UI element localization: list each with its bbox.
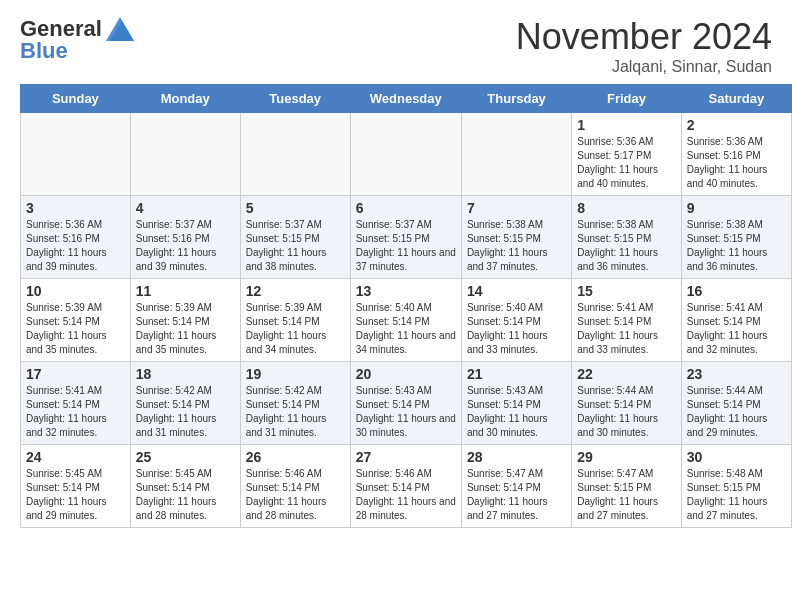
calendar-day-cell: 22Sunrise: 5:44 AM Sunset: 5:14 PM Dayli… [572, 362, 681, 445]
day-detail: Sunrise: 5:38 AM Sunset: 5:15 PM Dayligh… [687, 218, 786, 274]
day-number: 28 [467, 449, 566, 465]
day-detail: Sunrise: 5:38 AM Sunset: 5:15 PM Dayligh… [467, 218, 566, 274]
logo-icon [106, 17, 134, 41]
calendar-day-cell [240, 113, 350, 196]
calendar-day-cell: 5Sunrise: 5:37 AM Sunset: 5:15 PM Daylig… [240, 196, 350, 279]
day-detail: Sunrise: 5:46 AM Sunset: 5:14 PM Dayligh… [356, 467, 456, 523]
calendar-day-cell: 10Sunrise: 5:39 AM Sunset: 5:14 PM Dayli… [21, 279, 131, 362]
day-number: 21 [467, 366, 566, 382]
day-detail: Sunrise: 5:39 AM Sunset: 5:14 PM Dayligh… [136, 301, 235, 357]
day-detail: Sunrise: 5:36 AM Sunset: 5:16 PM Dayligh… [687, 135, 786, 191]
day-number: 16 [687, 283, 786, 299]
day-number: 24 [26, 449, 125, 465]
day-detail: Sunrise: 5:47 AM Sunset: 5:15 PM Dayligh… [577, 467, 675, 523]
calendar-day-cell [461, 113, 571, 196]
calendar-day-cell: 4Sunrise: 5:37 AM Sunset: 5:16 PM Daylig… [130, 196, 240, 279]
calendar-day-cell: 29Sunrise: 5:47 AM Sunset: 5:15 PM Dayli… [572, 445, 681, 528]
day-detail: Sunrise: 5:44 AM Sunset: 5:14 PM Dayligh… [687, 384, 786, 440]
day-detail: Sunrise: 5:41 AM Sunset: 5:14 PM Dayligh… [577, 301, 675, 357]
day-detail: Sunrise: 5:36 AM Sunset: 5:17 PM Dayligh… [577, 135, 675, 191]
calendar-day-cell: 15Sunrise: 5:41 AM Sunset: 5:14 PM Dayli… [572, 279, 681, 362]
day-number: 26 [246, 449, 345, 465]
calendar-day-cell: 8Sunrise: 5:38 AM Sunset: 5:15 PM Daylig… [572, 196, 681, 279]
calendar-day-cell: 11Sunrise: 5:39 AM Sunset: 5:14 PM Dayli… [130, 279, 240, 362]
day-detail: Sunrise: 5:43 AM Sunset: 5:14 PM Dayligh… [356, 384, 456, 440]
day-number: 12 [246, 283, 345, 299]
day-number: 8 [577, 200, 675, 216]
calendar-week-row: 1Sunrise: 5:36 AM Sunset: 5:17 PM Daylig… [21, 113, 792, 196]
day-detail: Sunrise: 5:39 AM Sunset: 5:14 PM Dayligh… [246, 301, 345, 357]
calendar-week-row: 24Sunrise: 5:45 AM Sunset: 5:14 PM Dayli… [21, 445, 792, 528]
day-number: 3 [26, 200, 125, 216]
calendar-day-cell: 25Sunrise: 5:45 AM Sunset: 5:14 PM Dayli… [130, 445, 240, 528]
day-detail: Sunrise: 5:48 AM Sunset: 5:15 PM Dayligh… [687, 467, 786, 523]
calendar-day-cell: 28Sunrise: 5:47 AM Sunset: 5:14 PM Dayli… [461, 445, 571, 528]
calendar-wrapper: SundayMondayTuesdayWednesdayThursdayFrid… [0, 84, 792, 538]
day-number: 23 [687, 366, 786, 382]
day-detail: Sunrise: 5:40 AM Sunset: 5:14 PM Dayligh… [356, 301, 456, 357]
title-section: November 2024 Jalqani, Sinnar, Sudan [516, 16, 772, 76]
day-number: 13 [356, 283, 456, 299]
calendar-day-header: Thursday [461, 85, 571, 113]
calendar-day-cell: 18Sunrise: 5:42 AM Sunset: 5:14 PM Dayli… [130, 362, 240, 445]
day-detail: Sunrise: 5:45 AM Sunset: 5:14 PM Dayligh… [136, 467, 235, 523]
page-header: General Blue November 2024 Jalqani, Sinn… [0, 0, 792, 84]
day-detail: Sunrise: 5:37 AM Sunset: 5:15 PM Dayligh… [356, 218, 456, 274]
calendar-day-cell: 30Sunrise: 5:48 AM Sunset: 5:15 PM Dayli… [681, 445, 791, 528]
calendar-day-header: Monday [130, 85, 240, 113]
day-detail: Sunrise: 5:37 AM Sunset: 5:16 PM Dayligh… [136, 218, 235, 274]
calendar-day-cell: 2Sunrise: 5:36 AM Sunset: 5:16 PM Daylig… [681, 113, 791, 196]
calendar-day-header: Wednesday [350, 85, 461, 113]
day-number: 7 [467, 200, 566, 216]
calendar-day-cell: 9Sunrise: 5:38 AM Sunset: 5:15 PM Daylig… [681, 196, 791, 279]
day-number: 10 [26, 283, 125, 299]
day-detail: Sunrise: 5:39 AM Sunset: 5:14 PM Dayligh… [26, 301, 125, 357]
calendar-day-cell: 17Sunrise: 5:41 AM Sunset: 5:14 PM Dayli… [21, 362, 131, 445]
day-number: 29 [577, 449, 675, 465]
day-number: 11 [136, 283, 235, 299]
calendar-day-cell: 24Sunrise: 5:45 AM Sunset: 5:14 PM Dayli… [21, 445, 131, 528]
day-detail: Sunrise: 5:40 AM Sunset: 5:14 PM Dayligh… [467, 301, 566, 357]
calendar-day-cell [350, 113, 461, 196]
calendar-day-cell: 7Sunrise: 5:38 AM Sunset: 5:15 PM Daylig… [461, 196, 571, 279]
calendar-header-row: SundayMondayTuesdayWednesdayThursdayFrid… [21, 85, 792, 113]
day-number: 14 [467, 283, 566, 299]
calendar-day-header: Tuesday [240, 85, 350, 113]
day-number: 4 [136, 200, 235, 216]
calendar-day-cell [130, 113, 240, 196]
day-number: 25 [136, 449, 235, 465]
calendar-week-row: 10Sunrise: 5:39 AM Sunset: 5:14 PM Dayli… [21, 279, 792, 362]
month-title: November 2024 [516, 16, 772, 58]
calendar-table: SundayMondayTuesdayWednesdayThursdayFrid… [20, 84, 792, 528]
calendar-day-cell: 14Sunrise: 5:40 AM Sunset: 5:14 PM Dayli… [461, 279, 571, 362]
calendar-day-cell: 12Sunrise: 5:39 AM Sunset: 5:14 PM Dayli… [240, 279, 350, 362]
day-detail: Sunrise: 5:42 AM Sunset: 5:14 PM Dayligh… [246, 384, 345, 440]
day-number: 18 [136, 366, 235, 382]
day-number: 19 [246, 366, 345, 382]
location: Jalqani, Sinnar, Sudan [516, 58, 772, 76]
calendar-day-cell: 20Sunrise: 5:43 AM Sunset: 5:14 PM Dayli… [350, 362, 461, 445]
day-detail: Sunrise: 5:37 AM Sunset: 5:15 PM Dayligh… [246, 218, 345, 274]
calendar-day-cell: 6Sunrise: 5:37 AM Sunset: 5:15 PM Daylig… [350, 196, 461, 279]
day-number: 6 [356, 200, 456, 216]
calendar-day-header: Friday [572, 85, 681, 113]
calendar-week-row: 17Sunrise: 5:41 AM Sunset: 5:14 PM Dayli… [21, 362, 792, 445]
calendar-day-cell: 27Sunrise: 5:46 AM Sunset: 5:14 PM Dayli… [350, 445, 461, 528]
day-detail: Sunrise: 5:41 AM Sunset: 5:14 PM Dayligh… [687, 301, 786, 357]
day-detail: Sunrise: 5:47 AM Sunset: 5:14 PM Dayligh… [467, 467, 566, 523]
logo: General Blue [20, 16, 134, 64]
calendar-day-cell: 13Sunrise: 5:40 AM Sunset: 5:14 PM Dayli… [350, 279, 461, 362]
day-number: 1 [577, 117, 675, 133]
day-number: 30 [687, 449, 786, 465]
calendar-day-cell: 3Sunrise: 5:36 AM Sunset: 5:16 PM Daylig… [21, 196, 131, 279]
day-number: 20 [356, 366, 456, 382]
day-detail: Sunrise: 5:45 AM Sunset: 5:14 PM Dayligh… [26, 467, 125, 523]
calendar-day-cell: 26Sunrise: 5:46 AM Sunset: 5:14 PM Dayli… [240, 445, 350, 528]
day-detail: Sunrise: 5:38 AM Sunset: 5:15 PM Dayligh… [577, 218, 675, 274]
day-detail: Sunrise: 5:42 AM Sunset: 5:14 PM Dayligh… [136, 384, 235, 440]
day-number: 2 [687, 117, 786, 133]
calendar-day-header: Saturday [681, 85, 791, 113]
logo-blue: Blue [20, 38, 68, 64]
calendar-day-cell [21, 113, 131, 196]
day-detail: Sunrise: 5:36 AM Sunset: 5:16 PM Dayligh… [26, 218, 125, 274]
